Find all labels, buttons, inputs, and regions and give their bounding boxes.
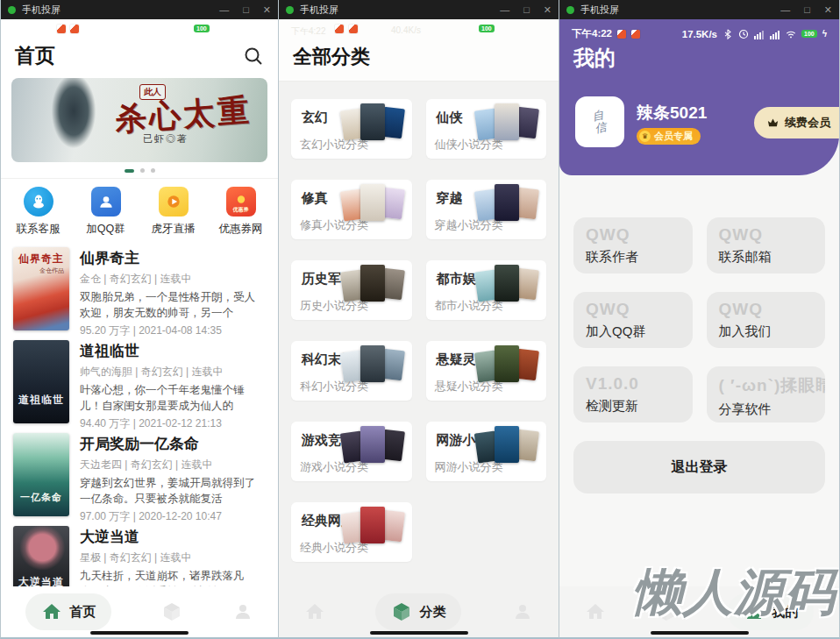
tab-categories[interactable] — [161, 601, 182, 622]
category-card-xianxia[interactable]: 仙侠 仙侠小说分类 — [426, 99, 547, 159]
phone-screen-profile: 下午4:22 17.5K/s 100 ϟ 我的 自信 辣条5021 ♛ 会员专属 — [559, 19, 839, 637]
wifi-icon — [786, 29, 796, 39]
card-contact-email[interactable]: QWQ 联系邮箱 — [707, 217, 826, 273]
app-icon — [566, 6, 574, 14]
status-bar: 下午4:22 17.5K/s 100 ϟ — [559, 19, 839, 40]
minimize-button[interactable]: — — [500, 0, 509, 19]
minimize-button[interactable]: — — [219, 0, 229, 19]
tab-profile[interactable] — [512, 601, 533, 622]
book-list-item[interactable]: 一亿条命 开局奖励一亿条命 天边老四 | 奇幻玄幻 | 连载中 穿越到玄幻世界，… — [13, 433, 266, 516]
book-list: 仙界奇主 金仓作品 仙界奇主 金仓 | 奇幻玄幻 | 连载中 双胞胎兄弟，一个是… — [1, 240, 278, 609]
book-title: 道祖临世 — [80, 340, 266, 365]
book-description: 叶落心想，你一个千年老鬼懂个锤儿！自家闺女那是要成为仙人的 — [80, 382, 266, 414]
status-time: 下午4:22 — [291, 25, 325, 38]
category-card-urban[interactable]: 都市娱乐 都市小说分类 — [426, 260, 547, 320]
close-button[interactable]: ✕ — [544, 0, 552, 19]
home-indicator[interactable] — [651, 631, 749, 635]
carousel-dots[interactable] — [1, 162, 278, 174]
banner-warrior-art — [36, 78, 111, 162]
close-button[interactable]: ✕ — [263, 0, 271, 19]
card-join-qq-group[interactable]: QWQ 加入QQ群 — [573, 292, 693, 348]
window-title: 手机投屏 — [300, 4, 338, 17]
banner-carousel[interactable]: 此人 杀心太重 已虾◎著 — [11, 78, 267, 162]
crown-icon: ♛ — [639, 131, 651, 142]
category-card-scifi[interactable]: 科幻末日 科幻小说分类 — [291, 341, 412, 401]
window-titlebar[interactable]: 手机投屏 — □ ✕ — [1, 0, 278, 19]
book-list-item[interactable]: 道祖临世 道祖临世 帅气的海胆 | 奇幻玄幻 | 连载中 叶落心想，你一个千年老… — [13, 340, 266, 423]
category-card-online-games[interactable]: 网游小说 网游小说分类 — [426, 422, 547, 481]
profile-header: 下午4:22 17.5K/s 100 ϟ 我的 自信 辣条5021 ♛ 会员专属 — [559, 19, 839, 175]
phone-screen-home: 100 首页 此人 杀心太重 已虾◎著 联系客服 — [1, 19, 278, 637]
profile-card-grid: QWQ 联系作者 QWQ 联系邮箱 QWQ 加入QQ群 QWQ 加入我们 V1.… — [559, 175, 839, 422]
renew-membership-button[interactable]: 续费会员 — [754, 107, 839, 138]
category-card-gaming[interactable]: 游戏竞技 游戏小说分类 — [291, 422, 412, 481]
notification-flag-icon — [617, 30, 626, 39]
carousel-dot[interactable] — [151, 168, 155, 173]
book-meta: 星极 | 奇幻玄幻 | 连载中 — [80, 550, 266, 568]
coupon-icon: 优惠券 — [226, 187, 256, 217]
home-icon — [41, 601, 62, 622]
book-cover: 一亿条命 — [13, 433, 69, 516]
home-indicator[interactable] — [90, 631, 189, 635]
avatar[interactable]: 自信 — [575, 96, 624, 147]
battery-icon: 100 — [479, 25, 495, 32]
category-card-history[interactable]: 历史军事 历史小说分类 — [291, 260, 412, 320]
qq-penguin-icon — [24, 187, 53, 217]
bluetooth-icon — [723, 29, 733, 39]
category-card-chuanyue[interactable]: 穿越 穿越小说分类 — [426, 180, 547, 239]
book-stats: 95.20 万字 | 2021-04-08 14:35 — [80, 321, 266, 338]
quick-link-huya-live[interactable]: 虎牙直播 — [139, 187, 207, 237]
home-indicator[interactable] — [370, 631, 468, 635]
app-icon — [8, 6, 16, 14]
search-icon[interactable] — [243, 46, 264, 67]
logout-button[interactable]: 退出登录 — [573, 441, 825, 493]
signal-icon — [770, 29, 780, 39]
vip-badge[interactable]: ♛ 会员专属 — [637, 128, 701, 145]
tab-profile[interactable] — [232, 601, 253, 622]
status-bar: 100 — [1, 19, 278, 39]
card-join-us[interactable]: QWQ 加入我们 — [707, 292, 826, 348]
status-network-speed: 17.5K/s — [682, 29, 717, 39]
tab-home[interactable] — [585, 601, 606, 622]
card-check-update[interactable]: V1.0.0 检测更新 — [573, 366, 693, 422]
book-meta: 天边老四 | 奇幻玄幻 | 连载中 — [80, 458, 266, 475]
book-stats: 94.40 万字 | 2021-02-12 21:13 — [80, 414, 266, 431]
maximize-button[interactable]: □ — [523, 0, 530, 19]
minimize-button[interactable]: — — [780, 0, 790, 19]
tab-home[interactable] — [304, 601, 325, 622]
tab-categories-active[interactable]: 分类 — [375, 593, 461, 630]
status-time: 下午4:22 — [572, 27, 612, 40]
maximize-button[interactable]: □ — [804, 0, 810, 19]
category-card-xuanhuan[interactable]: 玄幻 玄幻小说分类 — [291, 99, 412, 159]
close-button[interactable]: ✕ — [824, 0, 832, 19]
book-stats: 97.00 万字 | 2020-12-20 10:47 — [80, 507, 266, 524]
carousel-dot-active[interactable] — [125, 169, 134, 173]
window-titlebar[interactable]: 手机投屏 — □ ✕ — [559, 0, 839, 19]
maximize-button[interactable]: □ — [243, 0, 249, 19]
battery-icon: 100 — [801, 30, 817, 38]
category-card-xiuzhen[interactable]: 修真 修真小说分类 — [291, 180, 412, 239]
category-card-classics[interactable]: 经典网文 经典小说分类 — [291, 502, 412, 562]
quick-link-coupon-site[interactable]: 优惠券 优惠券网 — [207, 187, 274, 237]
signal-icon — [754, 29, 765, 39]
card-contact-author[interactable]: QWQ 联系作者 — [573, 217, 693, 273]
category-card-suspense[interactable]: 悬疑灵异 悬疑小说分类 — [426, 341, 547, 401]
quick-link-join-qq-group[interactable]: 加QQ群 — [72, 187, 139, 237]
banner-author: 已虾◎著 — [143, 132, 189, 146]
page-title: 首页 — [15, 42, 55, 69]
bottom-nav: 首页 — [1, 586, 278, 637]
notification-flag-icon — [349, 25, 358, 33]
quick-link-contact-support[interactable]: 联系客服 — [4, 187, 72, 237]
window-titlebar[interactable]: 手机投屏 — □ ✕ — [279, 0, 559, 19]
book-list-item[interactable]: 仙界奇主 金仓作品 仙界奇主 金仓 | 奇幻玄幻 | 连载中 双胞胎兄弟，一个是… — [13, 247, 266, 330]
card-share-app[interactable]: ( ′-ωn`)揉眼睛 分享软件 — [707, 366, 826, 422]
tab-home-active[interactable]: 首页 — [25, 593, 111, 630]
page-title: 全部分类 — [279, 39, 559, 72]
category-grid: 玄幻 玄幻小说分类 仙侠 仙侠小说分类 修真 修真小说分类 穿越 穿越小说分类 … — [279, 82, 559, 562]
notification-flag-icon — [631, 30, 640, 39]
mirror-window-home: 手机投屏 — □ ✕ 100 首页 此人 杀心太重 已虾◎著 — [0, 0, 279, 639]
battery-icon: 100 — [194, 25, 210, 32]
carousel-dot[interactable] — [140, 168, 145, 173]
page-title: 我的 — [559, 40, 839, 72]
book-cover: 道祖临世 — [13, 340, 69, 423]
